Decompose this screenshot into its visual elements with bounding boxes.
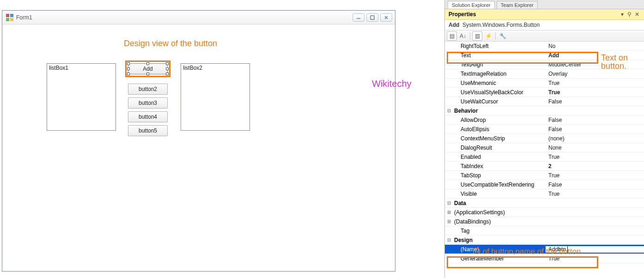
property-row[interactable]: UseVisualStyleBackColorTrue [445,88,644,97]
properties-selected-object[interactable]: Add System.Windows.Forms.Button [445,20,644,30]
property-name: Enabled [453,154,546,160]
property-value[interactable]: 2 [546,163,644,169]
property-value[interactable]: False [546,98,644,105]
property-row[interactable]: GenerateMemberTrue [445,254,644,263]
property-value[interactable]: True [546,172,644,179]
categorized-button[interactable]: ▤ [447,31,457,41]
property-name: UseCompatibleTextRendering [453,181,546,188]
property-name: AllowDrop [453,117,546,123]
property-row[interactable]: (Name)Addbtn [445,245,644,254]
property-name: Data [453,200,546,206]
button-5[interactable]: button5 [128,125,168,136]
toolbar-separator [470,32,470,40]
property-name: UseVisualStyleBackColor [453,89,546,96]
property-row[interactable]: ⊞(ApplicationSettings) [445,208,644,217]
explorer-tabs: Solution Explorer Team Explorer [445,0,644,9]
button-4[interactable]: button4 [128,111,168,122]
properties-panel: Solution Explorer Team Explorer Properti… [444,0,644,278]
property-row[interactable]: EnabledTrue [445,152,644,162]
tab-team-explorer[interactable]: Team Explorer [497,1,538,9]
property-value[interactable]: False [546,117,644,123]
property-row[interactable]: TabStopTrue [445,171,644,180]
property-value[interactable]: MiddleCenter [546,61,644,68]
property-row[interactable]: ⊟Design [445,236,644,245]
form-titlebar[interactable]: Form1 [2,11,395,24]
property-row[interactable]: ⊟Data [445,199,644,208]
property-row[interactable]: VisibleTrue [445,189,644,199]
property-name: Visible [453,191,546,197]
property-name: RightToLeft [453,43,546,49]
properties-header: Properties ▾ ⚲ ✕ [445,9,644,20]
property-row[interactable]: Tag [445,226,644,236]
window-buttons [352,13,392,22]
property-name: UseMnemonic [453,80,546,86]
property-row[interactable]: ⊞(DataBindings) [445,217,644,226]
property-row[interactable]: TabIndex2 [445,162,644,171]
listbox-2[interactable]: listBox2 [181,63,250,131]
form-icon [6,14,13,21]
events-button[interactable]: ⚡ [483,31,493,41]
property-value[interactable]: No [546,43,644,49]
property-value[interactable]: True [546,80,644,86]
properties-grid[interactable]: RightToLeftNoTextAddTextAlignMiddleCente… [445,42,644,276]
property-name: TextImageRelation [453,71,546,77]
property-name: Behavior [453,108,546,114]
property-name: DialogResult [453,145,546,151]
property-name: UseWaitCursor [453,98,546,105]
tab-solution-explorer[interactable]: Solution Explorer [448,1,495,9]
expand-toggle-icon[interactable]: ⊟ [445,108,453,113]
minimize-button[interactable] [352,13,365,22]
property-value[interactable]: True [546,89,644,96]
property-row[interactable]: ⊟Behavior [445,106,644,115]
panel-controls[interactable]: ▾ ⚲ ✕ [621,11,640,18]
property-value[interactable]: Addbtn [546,246,644,253]
properties-button[interactable]: ▥ [472,31,482,41]
property-name: Text [453,52,546,59]
property-value[interactable]: True [546,154,644,160]
maximize-button[interactable] [366,13,378,22]
expand-toggle-icon[interactable]: ⊞ [445,210,453,215]
property-row[interactable]: DialogResultNone [445,143,644,152]
property-value[interactable]: None [546,145,644,151]
property-row[interactable]: TextImageRelationOverlay [445,69,644,79]
form-title: Form1 [16,14,352,21]
property-row[interactable]: AllowDropFalse [445,115,644,125]
property-value[interactable]: False [546,126,644,133]
property-value[interactable]: True [546,255,644,262]
property-name: Design [453,237,546,243]
property-row[interactable]: ContextMenuStrip(none) [445,134,644,143]
properties-toolbar: ▤ A↓ ▥ ⚡ 🔧 [445,30,644,42]
expand-toggle-icon[interactable]: ⊟ [445,200,453,205]
property-value[interactable]: True [546,191,644,197]
button-3[interactable]: button3 [128,97,168,109]
property-name: GenerateMember [453,255,546,262]
property-row[interactable]: RightToLeftNo [445,42,644,51]
listbox-1[interactable]: listBox1 [47,63,116,131]
property-name: TabStop [453,172,546,179]
alphabetical-button[interactable]: A↓ [458,31,468,41]
selected-object-name: Add [449,22,459,28]
property-value[interactable]: Add [546,52,644,59]
button-2[interactable]: button2 [128,84,168,95]
property-row[interactable]: AutoEllipsisFalse [445,125,644,134]
property-row[interactable]: UseWaitCursorFalse [445,97,644,106]
toolbar-separator [495,32,496,40]
expand-toggle-icon[interactable]: ⊟ [445,237,453,242]
property-pages-button[interactable]: 🔧 [498,31,508,41]
property-name: Tag [453,228,546,234]
form-canvas[interactable]: listBox1 listBox2 Add button2 button3 bu… [2,24,395,271]
property-row[interactable]: TextAlignMiddleCenter [445,60,644,69]
add-button[interactable]: Add [128,63,168,74]
properties-title: Properties [449,11,476,18]
property-value[interactable]: Overlay [546,71,644,77]
expand-toggle-icon[interactable]: ⊞ [445,219,453,224]
property-row[interactable]: UseMnemonicTrue [445,79,644,88]
property-name: (Name) [453,246,546,253]
svg-rect-0 [371,16,374,19]
close-button[interactable] [380,13,392,22]
property-row[interactable]: TextAdd [445,51,644,60]
property-value[interactable]: False [546,181,644,188]
property-value[interactable]: (none) [546,135,644,142]
property-name: (DataBindings) [453,218,546,225]
property-row[interactable]: UseCompatibleTextRenderingFalse [445,180,644,189]
